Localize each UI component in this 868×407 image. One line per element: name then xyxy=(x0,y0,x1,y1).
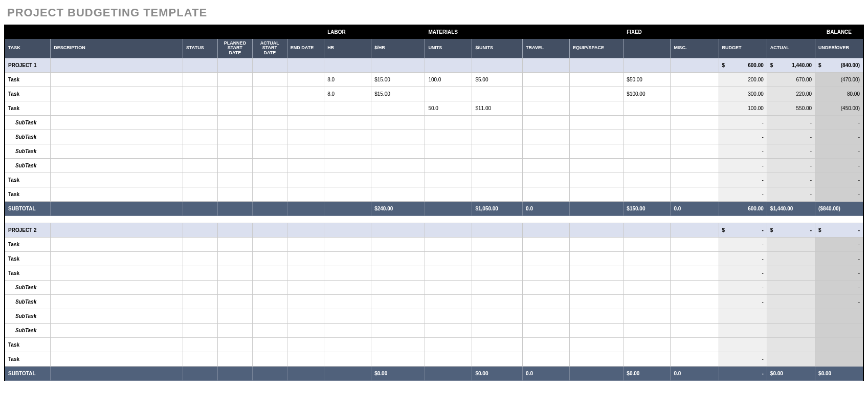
cell-equip[interactable] xyxy=(570,295,624,309)
row-name[interactable]: Task xyxy=(5,187,51,202)
cell-units[interactable] xyxy=(425,159,472,173)
cell-fixed[interactable] xyxy=(624,352,671,367)
cell-planned-start[interactable] xyxy=(217,281,252,295)
cell-actual-start[interactable] xyxy=(252,266,287,281)
row-name[interactable]: Task xyxy=(5,101,51,116)
cell-hr[interactable] xyxy=(324,309,371,324)
cell-actual[interactable] xyxy=(767,324,815,338)
cell-fixed[interactable] xyxy=(624,238,671,252)
cell-misc[interactable] xyxy=(671,338,719,352)
cell-description[interactable] xyxy=(51,295,183,309)
row-name[interactable]: SubTask xyxy=(5,130,51,144)
cell-description[interactable] xyxy=(51,73,183,87)
cell-under-over[interactable]: - xyxy=(815,159,863,173)
cell-travel[interactable] xyxy=(523,281,570,295)
cell-hr[interactable] xyxy=(324,116,371,130)
cell-planned-start[interactable] xyxy=(217,252,252,266)
cell-dollar-hr[interactable] xyxy=(371,324,425,338)
cell-end-date[interactable] xyxy=(287,324,324,338)
cell-hr[interactable]: 8.0 xyxy=(324,87,371,101)
cell-misc[interactable] xyxy=(671,159,719,173)
cell-budget[interactable]: - xyxy=(719,144,767,159)
cell-status[interactable] xyxy=(183,252,217,266)
cell-travel[interactable] xyxy=(523,87,570,101)
project-budget-total[interactable]: $600.00 xyxy=(719,58,767,73)
cell-status[interactable] xyxy=(183,281,217,295)
cell-budget[interactable]: - xyxy=(719,295,767,309)
cell-units[interactable] xyxy=(425,87,472,101)
cell-dollar-hr[interactable] xyxy=(371,130,425,144)
cell-planned-start[interactable] xyxy=(217,309,252,324)
cell-hr[interactable] xyxy=(324,295,371,309)
cell-status[interactable] xyxy=(183,159,217,173)
cell-hr[interactable] xyxy=(324,338,371,352)
cell-under-over[interactable]: (450.00) xyxy=(815,101,863,116)
cell-actual[interactable]: - xyxy=(767,173,815,187)
cell-end-date[interactable] xyxy=(287,352,324,367)
cell-status[interactable] xyxy=(183,87,217,101)
cell-budget[interactable]: - xyxy=(719,252,767,266)
cell-dollar-hr[interactable]: $15.00 xyxy=(371,73,425,87)
cell-dollar-units[interactable] xyxy=(472,281,523,295)
cell-dollar-units[interactable] xyxy=(472,187,523,202)
cell-budget[interactable]: 100.00 xyxy=(719,101,767,116)
cell-equip[interactable] xyxy=(570,309,624,324)
cell-equip[interactable] xyxy=(570,159,624,173)
cell-fixed[interactable] xyxy=(624,324,671,338)
cell-end-date[interactable] xyxy=(287,116,324,130)
cell-status[interactable] xyxy=(183,352,217,367)
cell-misc[interactable] xyxy=(671,238,719,252)
cell-fixed[interactable] xyxy=(624,309,671,324)
cell-budget[interactable]: 200.00 xyxy=(719,73,767,87)
cell-budget[interactable] xyxy=(719,309,767,324)
project-actual-total[interactable]: $1,440.00 xyxy=(767,58,815,73)
cell-status[interactable] xyxy=(183,187,217,202)
cell-actual-start[interactable] xyxy=(252,73,287,87)
cell-description[interactable] xyxy=(51,309,183,324)
cell-misc[interactable] xyxy=(671,266,719,281)
cell-units[interactable] xyxy=(425,266,472,281)
cell-dollar-units[interactable]: $5.00 xyxy=(472,73,523,87)
cell-hr[interactable] xyxy=(324,173,371,187)
row-name[interactable]: SubTask xyxy=(5,144,51,159)
cell-units[interactable] xyxy=(425,324,472,338)
cell-fixed[interactable] xyxy=(624,159,671,173)
row-name[interactable]: Task xyxy=(5,266,51,281)
cell-dollar-hr[interactable] xyxy=(371,281,425,295)
cell-dollar-units[interactable] xyxy=(472,266,523,281)
cell-travel[interactable] xyxy=(523,73,570,87)
cell-travel[interactable] xyxy=(523,352,570,367)
cell-under-over[interactable]: - xyxy=(815,252,863,266)
project-name[interactable]: PROJECT 2 xyxy=(5,223,51,238)
cell-description[interactable] xyxy=(51,324,183,338)
cell-hr[interactable] xyxy=(324,101,371,116)
cell-planned-start[interactable] xyxy=(217,87,252,101)
cell-dollar-units[interactable] xyxy=(472,173,523,187)
cell-equip[interactable] xyxy=(570,266,624,281)
cell-dollar-units[interactable] xyxy=(472,159,523,173)
cell-actual-start[interactable] xyxy=(252,309,287,324)
cell-misc[interactable] xyxy=(671,130,719,144)
cell-equip[interactable] xyxy=(570,281,624,295)
cell-end-date[interactable] xyxy=(287,295,324,309)
row-name[interactable]: SubTask xyxy=(5,281,51,295)
cell-end-date[interactable] xyxy=(287,87,324,101)
cell-misc[interactable] xyxy=(671,87,719,101)
row-name[interactable]: Task xyxy=(5,173,51,187)
cell-under-over[interactable]: - xyxy=(815,130,863,144)
project-name[interactable]: PROJECT 1 xyxy=(5,58,51,73)
project-under-total[interactable]: $- xyxy=(815,223,863,238)
cell-planned-start[interactable] xyxy=(217,266,252,281)
cell-budget[interactable]: - xyxy=(719,130,767,144)
cell-hr[interactable] xyxy=(324,252,371,266)
cell-actual[interactable]: 220.00 xyxy=(767,87,815,101)
cell-under-over[interactable]: - xyxy=(815,281,863,295)
cell-actual[interactable] xyxy=(767,338,815,352)
cell-status[interactable] xyxy=(183,338,217,352)
cell-description[interactable] xyxy=(51,116,183,130)
cell-dollar-units[interactable] xyxy=(472,87,523,101)
cell-actual[interactable] xyxy=(767,238,815,252)
cell-status[interactable] xyxy=(183,173,217,187)
cell-status[interactable] xyxy=(183,238,217,252)
cell-end-date[interactable] xyxy=(287,338,324,352)
